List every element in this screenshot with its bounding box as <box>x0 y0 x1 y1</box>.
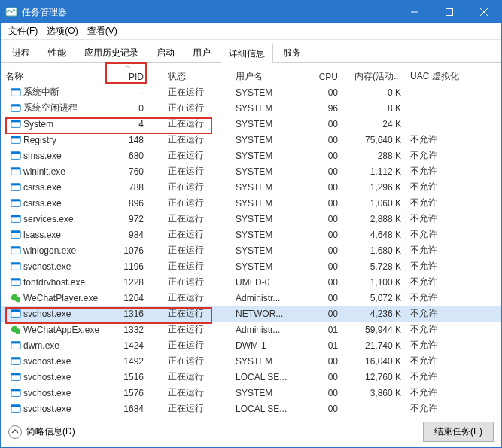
process-icon <box>10 308 22 320</box>
cell-pid: 1076 <box>106 244 148 258</box>
menu-item[interactable]: 查看(V) <box>83 23 122 39</box>
process-icon <box>10 292 22 304</box>
end-task-button[interactable]: 结束任务(E) <box>423 422 494 442</box>
cell-pid: 4 <box>106 117 148 131</box>
table-row[interactable]: dwm.exe1424正在运行DWM-10121,740 K不允许 <box>1 337 501 353</box>
cell-cpu: 00 <box>303 244 342 258</box>
tab[interactable]: 用户 <box>184 43 219 62</box>
close-button[interactable] <box>467 1 501 23</box>
table-row[interactable]: csrss.exe788正在运行SYSTEM001,296 K不允许 <box>1 179 501 195</box>
cell-status: 正在运行 <box>148 274 231 290</box>
table-row[interactable]: csrss.exe896正在运行SYSTEM001,060 K不允许 <box>1 195 501 211</box>
table-row[interactable]: wininit.exe760正在运行SYSTEM001,112 K不允许 <box>1 163 501 179</box>
svg-rect-24 <box>11 230 20 233</box>
process-name: svchost.exe <box>23 372 71 382</box>
window-title: 任务管理器 <box>22 6 397 19</box>
cell-cpu: 00 <box>303 133 342 147</box>
table-row[interactable]: svchost.exe1516正在运行LOCAL SE...0012,760 K… <box>1 369 501 385</box>
table-row[interactable]: svchost.exe1316正在运行NETWOR...004,236 K不允许 <box>1 306 501 322</box>
tab[interactable]: 应用历史记录 <box>76 43 147 62</box>
table-row[interactable]: System4正在运行SYSTEM0024 K <box>1 116 501 132</box>
table-row[interactable]: WeChatAppEx.exe1332正在运行Administr...0159,… <box>1 322 501 337</box>
table-row[interactable]: svchost.exe1492正在运行SYSTEM0016,040 K不允许 <box>1 353 501 369</box>
menu-item[interactable]: 文件(F) <box>4 23 42 39</box>
svg-rect-10 <box>11 120 20 122</box>
column-header[interactable]: 状态 <box>148 69 231 84</box>
table-row[interactable]: svchost.exe1196正在运行SYSTEM005,728 K不允许 <box>1 258 501 274</box>
cell-pid: 896 <box>106 197 148 210</box>
cell-status: 正在运行 <box>148 195 231 211</box>
cell-pid: 1576 <box>106 386 148 400</box>
cell-uac: 不允许 <box>406 306 469 322</box>
cell-status: 正在运行 <box>148 322 231 337</box>
column-header[interactable]: PID <box>106 70 148 84</box>
cell-cpu: 00 <box>303 386 342 400</box>
table-row[interactable]: 系统中断-正在运行SYSTEM000 K <box>1 84 501 100</box>
process-name: dwm.exe <box>23 340 59 351</box>
cell-memory: 21,740 K <box>342 339 406 352</box>
cell-user: SYSTEM <box>231 86 303 99</box>
column-header[interactable]: UAC 虚拟化 <box>406 69 469 84</box>
process-icon <box>10 118 22 130</box>
tab[interactable]: 性能 <box>40 43 75 62</box>
process-name: smss.exe <box>23 151 62 161</box>
cell-uac <box>406 123 469 126</box>
table-row[interactable]: svchost.exe1576正在运行SYSTEM003,860 K不允许 <box>1 385 501 401</box>
tab[interactable]: 服务 <box>275 43 309 62</box>
fewer-details-button[interactable]: 简略信息(D) <box>8 425 75 439</box>
tab[interactable]: 启动 <box>148 43 183 62</box>
column-header[interactable]: 名称 <box>1 69 106 84</box>
column-header[interactable]: 内存(活动... <box>342 69 406 84</box>
table-row[interactable]: smss.exe680正在运行SYSTEM00288 K不允许 <box>1 148 501 163</box>
cell-status: 正在运行 <box>148 163 231 179</box>
table-row[interactable]: Registry148正在运行SYSTEM0075,640 K不允许 <box>1 132 501 148</box>
table-row[interactable]: WeChatPlayer.exe1264正在运行Administr...005,… <box>1 290 501 306</box>
table-row[interactable]: lsass.exe984正在运行SYSTEM004,648 K不允许 <box>1 227 501 242</box>
tab[interactable]: 进程 <box>4 43 38 62</box>
process-name: WeChatAppEx.exe <box>23 325 99 335</box>
cell-status: 正在运行 <box>148 116 231 132</box>
maximize-button[interactable] <box>432 1 467 23</box>
table-row[interactable]: winlogon.exe1076正在运行SYSTEM001,680 K不允许 <box>1 242 501 258</box>
menu-item[interactable]: 选项(O) <box>42 23 82 39</box>
process-name: wininit.exe <box>23 166 65 177</box>
table-row[interactable]: services.exe972正在运行SYSTEM002,888 K不允许 <box>1 211 501 227</box>
cell-pid: 972 <box>106 212 148 226</box>
process-name: svchost.exe <box>23 404 71 414</box>
cell-status: 正在运行 <box>148 258 231 274</box>
cell-uac: 不允许 <box>406 274 469 290</box>
cell-pid: - <box>106 86 148 99</box>
cell-uac: 不允许 <box>406 369 469 385</box>
cell-user: SYSTEM <box>231 355 303 368</box>
cell-cpu: 00 <box>303 86 342 99</box>
cell-status: 正在运行 <box>148 369 231 385</box>
cell-memory: 1,060 K <box>342 197 406 210</box>
cell-user: SYSTEM <box>231 165 303 178</box>
tab[interactable]: 详细信息 <box>221 44 273 63</box>
cell-user: Administr... <box>231 291 303 305</box>
cell-user: SYSTEM <box>231 228 303 242</box>
svg-rect-22 <box>11 215 20 217</box>
process-name: lsass.exe <box>23 230 61 240</box>
cell-status: 正在运行 <box>148 132 231 148</box>
cell-uac: 不允许 <box>406 353 469 369</box>
cell-uac: 不允许 <box>406 290 469 306</box>
table-row[interactable]: svchost.exe1684正在运行LOCAL SE...00不允许 <box>1 401 501 416</box>
minimize-button[interactable] <box>397 1 432 23</box>
svg-rect-26 <box>11 246 20 248</box>
app-icon <box>5 6 17 18</box>
svg-point-32 <box>15 297 20 302</box>
table-header: ︿ 名称PID状态用户名CPU内存(活动...UAC 虚拟化 <box>1 63 501 84</box>
column-header[interactable]: 用户名 <box>231 69 303 84</box>
column-header[interactable]: CPU <box>303 70 342 84</box>
cell-memory: 0 K <box>342 86 406 99</box>
process-icon <box>10 229 22 241</box>
svg-rect-28 <box>11 262 20 264</box>
process-name: 系统空闲进程 <box>23 102 78 114</box>
cell-user: SYSTEM <box>231 117 303 131</box>
process-icon <box>10 134 22 146</box>
svg-rect-44 <box>11 389 20 391</box>
table-row[interactable]: fontdrvhost.exe1228正在运行UMFD-0001,100 K不允… <box>1 274 501 290</box>
fewer-details-label: 简略信息(D) <box>26 425 75 438</box>
table-row[interactable]: 系统空闲进程0正在运行SYSTEM968 K <box>1 100 501 116</box>
